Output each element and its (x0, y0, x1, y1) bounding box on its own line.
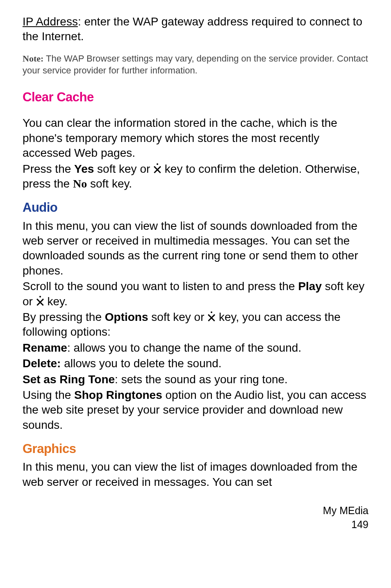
ip-address-para: IP Address: enter the WAP gateway addres… (23, 14, 368, 44)
note-text: The WAP Browser settings may vary, depen… (23, 53, 368, 76)
text-fragment: soft key or (94, 162, 153, 175)
text-fragment: Press the (23, 162, 74, 175)
ringtone-text: : sets the sound as your ring tone. (115, 373, 288, 386)
footer-title: My MEdia (23, 504, 368, 518)
delete-label: Delete: (23, 357, 61, 370)
rename-option: Rename: allows you to change the name of… (23, 341, 368, 355)
clear-cache-p1: You can clear the information stored in … (23, 116, 368, 160)
note-label: Note: (23, 53, 43, 64)
delete-text: allows you to delete the sound. (61, 357, 221, 370)
audio-heading: Audio (23, 199, 368, 216)
rename-label: Rename (23, 341, 67, 354)
audio-p2: Scroll to the sound you want to listen t… (23, 279, 368, 309)
shop-ringtones-label: Shop Ringtones (74, 389, 162, 401)
yes-softkey: Yes (74, 162, 94, 175)
text-fragment: Using the (23, 389, 74, 401)
delete-option: Delete: allows you to delete the sound. (23, 356, 368, 371)
text-fragment: Scroll to the sound you want to listen t… (23, 280, 298, 293)
graphics-heading: Graphics (23, 441, 368, 457)
text-fragment: soft key or (148, 311, 208, 323)
confirm-key-icon (36, 298, 44, 306)
no-softkey: No (73, 177, 87, 190)
graphics-p1: In this menu, you can view the list of i… (23, 460, 368, 490)
text-fragment: key. (44, 295, 68, 308)
page-footer: My MEdia 149 (23, 504, 368, 532)
text-fragment: soft key. (87, 177, 132, 190)
ip-address-label: IP Address (23, 15, 78, 28)
confirm-key-icon (153, 165, 161, 174)
confirm-key-icon (207, 313, 216, 322)
clear-cache-heading: Clear Cache (23, 89, 368, 105)
audio-p1: In this menu, you can view the list of s… (23, 219, 368, 279)
note-block: Note: The WAP Browser settings may vary,… (23, 53, 368, 77)
text-fragment: By pressing the (23, 311, 105, 323)
clear-cache-p2: Press the Yes soft key or key to confirm… (23, 162, 368, 192)
options-softkey: Options (105, 311, 148, 323)
footer-page-number: 149 (23, 518, 368, 532)
ringtone-option: Set as Ring Tone: sets the sound as your… (23, 372, 368, 387)
audio-p3: By pressing the Options soft key or key,… (23, 310, 368, 340)
ringtone-label: Set as Ring Tone (23, 373, 115, 386)
play-softkey: Play (298, 280, 322, 293)
audio-p4: Using the Shop Ringtones option on the A… (23, 388, 368, 432)
rename-text: : allows you to change the name of the s… (67, 341, 301, 354)
